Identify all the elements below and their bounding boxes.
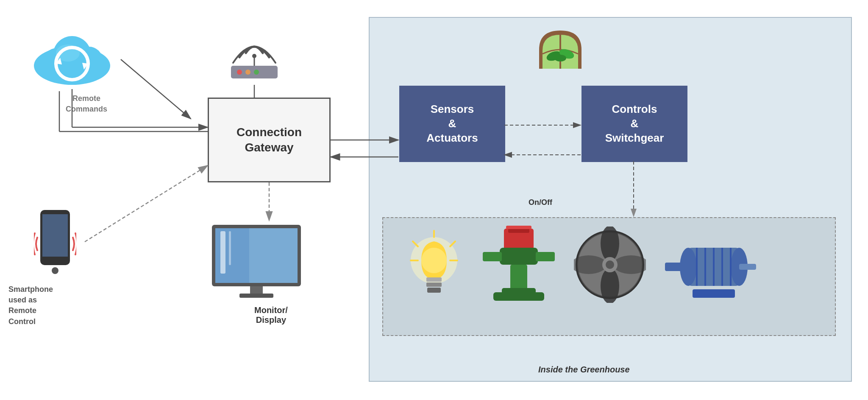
svg-line-78 (85, 165, 208, 242)
valve-icon (481, 224, 557, 318)
svg-point-15 (52, 267, 58, 274)
greenhouse-building-icon (535, 26, 586, 73)
svg-rect-30 (426, 283, 442, 287)
greenhouse-footer-label: Inside the Greenhouse (538, 365, 630, 375)
diagram-container: Remote Commands Connection Gateway (0, 0, 868, 400)
svg-rect-41 (536, 252, 555, 261)
sensors-box: Sensors & Actuators (399, 86, 505, 162)
onoff-label: On/Off (529, 198, 552, 207)
equipment-area (382, 217, 836, 336)
svg-point-53 (606, 260, 614, 269)
svg-line-33 (413, 241, 418, 246)
svg-rect-19 (220, 231, 225, 274)
monitor-label: Monitor/ Display (254, 305, 288, 325)
svg-rect-20 (229, 231, 231, 265)
monitor-icon (208, 221, 305, 301)
remote-commands-label: Remote Commands (66, 93, 107, 115)
gateway-box: Connection Gateway (208, 98, 331, 182)
smartphone-icon (34, 208, 76, 280)
fan-icon (574, 227, 646, 303)
svg-rect-22 (239, 294, 273, 298)
svg-rect-29 (426, 277, 442, 282)
svg-rect-39 (500, 248, 538, 265)
greenhouse-area: Sensors & Actuators Controls & Switchgea… (369, 17, 852, 382)
svg-point-56 (680, 248, 697, 286)
controls-label: Controls & Switchgear (605, 102, 664, 145)
smartphone-label: Smartphone used as Remote Control (8, 284, 53, 327)
sensors-label: Sensors & Actuators (426, 102, 478, 145)
svg-rect-63 (739, 264, 756, 270)
svg-rect-31 (427, 288, 441, 293)
lightbulb-icon (409, 227, 459, 311)
svg-point-28 (421, 248, 447, 273)
svg-rect-65 (693, 289, 735, 298)
gateway-label: Connection Gateway (236, 125, 302, 156)
router-icon (225, 34, 284, 85)
svg-line-71 (121, 59, 191, 119)
pump-icon (663, 227, 760, 311)
svg-point-12 (254, 70, 259, 75)
svg-rect-44 (493, 292, 544, 301)
svg-rect-40 (483, 252, 502, 261)
svg-rect-45 (506, 226, 531, 229)
svg-line-34 (450, 241, 455, 246)
svg-point-10 (237, 70, 242, 75)
svg-rect-64 (665, 263, 682, 271)
controls-box: Controls & Switchgear (581, 86, 687, 162)
svg-rect-42 (510, 265, 527, 290)
svg-point-26 (554, 55, 566, 62)
cloud-icon (25, 25, 119, 89)
svg-point-11 (245, 70, 250, 75)
svg-rect-14 (42, 214, 68, 257)
